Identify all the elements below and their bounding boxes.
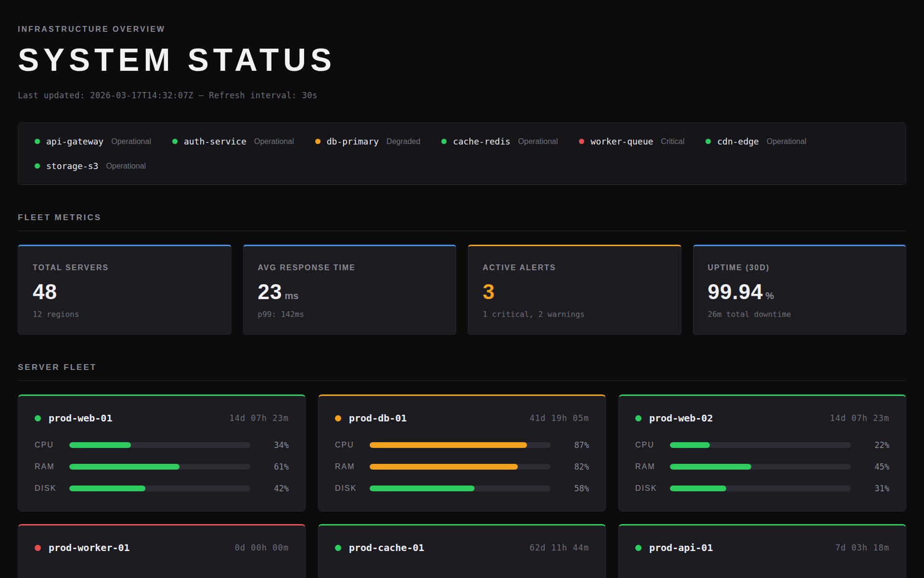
metric-row-percent: 87% — [564, 440, 589, 450]
status-dot-icon — [35, 163, 40, 169]
server-card: prod-api-017d 03h 18m — [618, 524, 906, 578]
server-status-dot-icon — [635, 545, 642, 551]
usage-bar-fill — [69, 486, 145, 491]
server-metric-row: RAM45% — [635, 462, 889, 472]
metric-row-label: CPU — [635, 441, 670, 449]
service-name: api-gateway — [46, 136, 103, 146]
service-status: Critical — [661, 137, 684, 146]
metric-row-percent: 34% — [264, 440, 289, 450]
server-name: prod-cache-01 — [349, 542, 424, 553]
server-uptime: 14d 07h 23m — [229, 413, 289, 423]
server-card: prod-web-0114d 07h 23mCPU34%RAM61%DISK42… — [18, 394, 306, 512]
server-metric-row: CPU87% — [335, 440, 589, 450]
metric-value-row: 48 — [33, 280, 217, 304]
server-metric-rows: CPU87%RAM82%DISK58% — [335, 440, 589, 493]
usage-bar-track — [670, 442, 851, 448]
status-dot-icon — [441, 139, 447, 144]
server-card-header: prod-web-0114d 07h 23m — [35, 412, 289, 424]
usage-bar-track — [370, 442, 551, 448]
usage-bar-fill — [69, 442, 131, 448]
service-status: Operational — [767, 137, 807, 146]
metric-label: ACTIVE ALERTS — [483, 263, 667, 272]
metric-subtext: 1 critical, 2 warnings — [483, 310, 667, 319]
usage-bar-track — [370, 486, 551, 491]
server-card-header: prod-web-0214d 07h 23m — [635, 412, 889, 424]
server-status-dot-icon — [335, 545, 341, 551]
dashboard: INFRASTRUCTURE OVERVIEW SYSTEM STATUS La… — [0, 0, 924, 578]
usage-bar-fill — [370, 442, 527, 448]
service-item: db-primaryDegraded — [315, 136, 421, 146]
metric-row-label: CPU — [335, 441, 370, 449]
server-metric-row: CPU34% — [35, 440, 289, 450]
last-updated-text: Last updated: 2026-03-17T14:32:07Z — Ref… — [18, 91, 906, 100]
service-status: Operational — [254, 137, 294, 146]
server-card-header: prod-worker-010d 00h 00m — [35, 542, 289, 553]
section-heading-server-fleet: SERVER FLEET — [18, 363, 906, 381]
service-name: storage-s3 — [46, 161, 98, 171]
metric-card: UPTIME (30D)99.94%26m total downtime — [693, 245, 907, 335]
usage-bar-track — [69, 442, 250, 448]
metric-subtext: 12 regions — [33, 310, 217, 319]
eyebrow-label: INFRASTRUCTURE OVERVIEW — [18, 0, 906, 34]
service-name: worker-queue — [590, 136, 653, 146]
fleet-metrics-grid: TOTAL SERVERS4812 regionsAVG RESPONSE TI… — [18, 245, 906, 335]
metric-row-percent: 61% — [264, 462, 289, 472]
server-card-header: prod-db-0141d 19h 05m — [335, 412, 589, 424]
metric-row-percent: 58% — [564, 484, 589, 493]
metric-value-row: 3 — [483, 280, 667, 304]
service-name: cache-redis — [453, 136, 510, 146]
metric-row-label: DISK — [335, 484, 370, 493]
metric-value-row: 99.94% — [708, 280, 892, 304]
server-status-dot-icon — [335, 415, 341, 421]
metric-subtext: 26m total downtime — [708, 310, 892, 319]
usage-bar-track — [670, 486, 851, 491]
metric-row-label: RAM — [35, 462, 69, 471]
metric-value: 3 — [483, 280, 495, 304]
metric-subtext: p99: 142ms — [258, 310, 442, 319]
service-status: Degraded — [386, 137, 420, 146]
server-card: prod-cache-0162d 11h 44m — [318, 524, 606, 578]
metric-row-label: RAM — [335, 462, 370, 471]
metric-row-label: CPU — [35, 441, 69, 449]
server-card-header: prod-api-017d 03h 18m — [635, 542, 889, 553]
status-dot-icon — [315, 139, 321, 144]
metric-label: AVG RESPONSE TIME — [258, 263, 442, 272]
status-dot-icon — [172, 139, 178, 144]
server-name: prod-db-01 — [349, 412, 407, 424]
service-item: auth-serviceOperational — [172, 136, 294, 146]
metric-row-percent: 45% — [864, 462, 889, 472]
server-metric-rows: CPU22%RAM45%DISK31% — [635, 440, 889, 493]
metric-row-percent: 31% — [864, 484, 889, 493]
server-status-dot-icon — [635, 415, 642, 421]
metric-value-row: 23ms — [258, 280, 442, 304]
metric-label: UPTIME (30D) — [708, 263, 892, 272]
server-uptime: 7d 03h 18m — [835, 543, 889, 552]
service-name: auth-service — [184, 136, 246, 146]
usage-bar-track — [670, 464, 851, 470]
server-name: prod-web-01 — [49, 412, 112, 424]
service-status: Operational — [106, 162, 146, 171]
metric-row-percent: 22% — [864, 440, 889, 450]
metric-unit: ms — [284, 290, 298, 302]
usage-bar-fill — [69, 464, 180, 470]
usage-bar-track — [69, 464, 250, 470]
page-title: SYSTEM STATUS — [18, 41, 906, 78]
metric-value: 23 — [258, 280, 282, 304]
service-item: worker-queueCritical — [579, 136, 684, 146]
server-metric-row: DISK58% — [335, 484, 589, 493]
server-metric-row: RAM61% — [35, 462, 289, 472]
usage-bar-fill — [670, 464, 751, 470]
metric-value: 99.94 — [708, 280, 763, 304]
usage-bar-fill — [370, 486, 475, 491]
usage-bar-track — [370, 464, 551, 470]
metric-value: 48 — [33, 280, 57, 304]
metric-row-label: DISK — [635, 484, 670, 493]
metric-card: ACTIVE ALERTS31 critical, 2 warnings — [468, 245, 681, 335]
server-status-dot-icon — [35, 415, 41, 421]
status-dot-icon — [579, 139, 584, 144]
server-name: prod-api-01 — [649, 542, 713, 553]
usage-bar-fill — [670, 442, 710, 448]
service-item: cdn-edgeOperational — [706, 136, 806, 146]
server-card-header: prod-cache-0162d 11h 44m — [335, 542, 589, 553]
usage-bar-fill — [370, 464, 518, 470]
